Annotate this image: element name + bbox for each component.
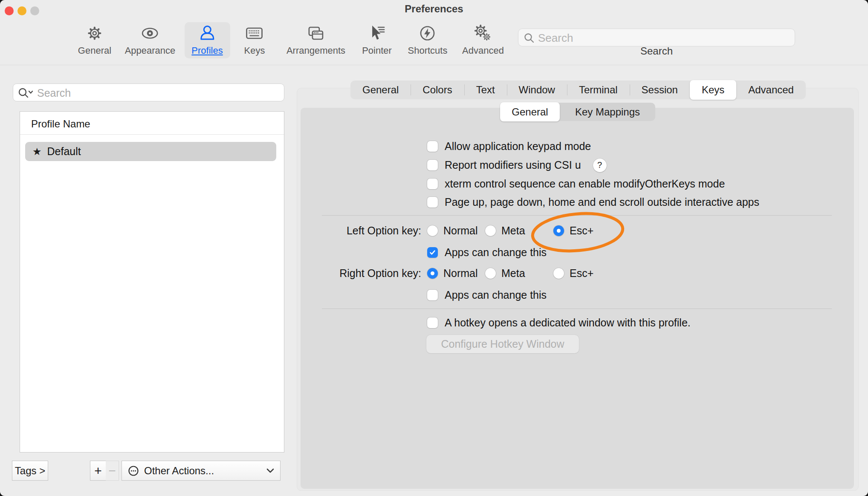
default-star-icon: ★ bbox=[32, 146, 42, 158]
tags-button-label: Tags > bbox=[15, 465, 45, 477]
left-apps-change-row: Apps can change this bbox=[427, 247, 547, 258]
left-option-normal-radio[interactable]: Normal bbox=[427, 225, 478, 236]
modifyotherkeys-checkbox[interactable] bbox=[427, 179, 438, 189]
checkbox-row-keypad: Allow application keypad mode bbox=[427, 141, 591, 152]
search-icon bbox=[524, 32, 535, 43]
tab-terminal[interactable]: Terminal bbox=[567, 81, 630, 99]
tab-label: Colors bbox=[422, 84, 452, 96]
right-apps-change-checkbox[interactable] bbox=[427, 290, 438, 300]
profile-tab-bar: General Colors Text Window Terminal Sess… bbox=[350, 81, 806, 99]
windows-stack-icon bbox=[306, 23, 326, 43]
toolbar-item-label: Shortcuts bbox=[408, 45, 448, 56]
left-option-meta-radio[interactable]: Meta bbox=[485, 225, 525, 236]
gear-icon bbox=[85, 23, 104, 43]
toolbar-item-shortcuts[interactable]: Shortcuts bbox=[408, 23, 448, 56]
hotkey-row: A hotkey opens a dedicated window with t… bbox=[427, 317, 691, 329]
toolbar-item-general[interactable]: General bbox=[78, 23, 111, 56]
right-apps-change-row: Apps can change this bbox=[427, 289, 547, 301]
toolbar-search-field[interactable] bbox=[518, 29, 795, 46]
radio-label: Esc+ bbox=[570, 225, 593, 237]
window-title: Preferences bbox=[0, 3, 868, 15]
csi-u-checkbox[interactable] bbox=[427, 160, 438, 170]
configure-hotkey-window-button[interactable]: Configure Hotkey Window bbox=[426, 335, 579, 353]
checkbox-label: Apps can change this bbox=[445, 246, 547, 259]
tab-label: Terminal bbox=[579, 84, 618, 96]
checkbox-label: Page up, page down, home and end scroll … bbox=[445, 196, 759, 208]
tab-label: Text bbox=[476, 84, 495, 96]
right-option-esc-radio[interactable]: Esc+ bbox=[553, 268, 593, 279]
tab-label: Window bbox=[519, 84, 555, 96]
remove-profile-label: − bbox=[108, 464, 116, 478]
tab-label: Session bbox=[642, 84, 678, 96]
section-divider bbox=[322, 215, 832, 216]
chevron-down-icon bbox=[266, 468, 274, 473]
tab-advanced[interactable]: Advanced bbox=[736, 81, 806, 99]
left-option-key-label: Left Option key: bbox=[311, 225, 421, 236]
other-actions-dropdown[interactable]: Other Actions... bbox=[122, 461, 281, 481]
right-option-normal-radio[interactable]: Normal bbox=[427, 268, 478, 279]
allow-keypad-checkbox[interactable] bbox=[427, 141, 438, 152]
tab-colors[interactable]: Colors bbox=[411, 81, 464, 99]
lightning-bolt-icon bbox=[418, 23, 437, 43]
right-option-key-label: Right Option key: bbox=[311, 268, 421, 279]
help-button-label: ? bbox=[597, 160, 602, 170]
keyboard-icon bbox=[245, 23, 264, 43]
radio-icon bbox=[485, 225, 496, 236]
tab-session[interactable]: Session bbox=[630, 81, 690, 99]
checkbox-row-page-scroll: Page up, page down, home and end scroll … bbox=[427, 196, 759, 208]
double-gear-icon bbox=[473, 23, 493, 43]
right-option-meta-radio[interactable]: Meta bbox=[485, 268, 525, 279]
toolbar-item-profiles[interactable]: Profiles bbox=[191, 23, 223, 56]
list-header-divider bbox=[20, 134, 284, 135]
checkbox-label: xterm control sequence can enable modify… bbox=[445, 178, 725, 190]
profile-list-header: Profile Name bbox=[31, 118, 90, 130]
left-apps-change-checkbox[interactable] bbox=[427, 247, 438, 258]
add-profile-button[interactable]: + bbox=[90, 461, 106, 481]
radio-icon bbox=[553, 268, 564, 279]
tab-keys[interactable]: Keys bbox=[690, 80, 736, 100]
subtab-general[interactable]: General bbox=[500, 102, 560, 121]
radio-icon bbox=[427, 268, 438, 279]
other-actions-label: Other Actions... bbox=[144, 465, 214, 477]
checkbox-label: Apps can change this bbox=[445, 289, 547, 301]
keys-subtab-bar: General Key Mappings bbox=[500, 103, 655, 121]
toolbar-item-arrangements[interactable]: Arrangements bbox=[286, 23, 345, 56]
toolbar-item-advanced[interactable]: Advanced bbox=[462, 23, 504, 56]
toolbar-item-pointer[interactable]: Pointer bbox=[362, 23, 392, 56]
checkbox-label: A hotkey opens a dedicated window with t… bbox=[445, 317, 691, 329]
profile-search-field[interactable] bbox=[13, 84, 284, 101]
toolbar-item-label: Advanced bbox=[462, 45, 504, 56]
radio-label: Normal bbox=[443, 267, 478, 280]
profile-name: Default bbox=[47, 145, 81, 158]
tags-button[interactable]: Tags > bbox=[12, 461, 48, 481]
subtab-key-mappings[interactable]: Key Mappings bbox=[560, 103, 655, 121]
toolbar-search-label: Search bbox=[518, 45, 795, 57]
preferences-window: Preferences General bbox=[0, 0, 868, 496]
checkbox-row-csi-u: Report modifiers using CSI u ? bbox=[427, 159, 607, 171]
subtab-label: General bbox=[512, 106, 548, 118]
tab-label: Keys bbox=[702, 84, 724, 96]
radio-label: Esc+ bbox=[570, 267, 593, 280]
profile-row-default[interactable]: ★ Default bbox=[25, 142, 276, 161]
subtab-label: Key Mappings bbox=[575, 106, 640, 118]
profile-search-input[interactable] bbox=[36, 84, 277, 102]
hotkey-window-checkbox[interactable] bbox=[427, 317, 438, 328]
page-scroll-checkbox[interactable] bbox=[427, 197, 438, 208]
remove-profile-button[interactable]: − bbox=[106, 461, 119, 481]
tab-general[interactable]: General bbox=[350, 81, 411, 99]
tab-text[interactable]: Text bbox=[464, 81, 507, 99]
help-button[interactable]: ? bbox=[593, 159, 607, 172]
toolbar-item-label: Keys bbox=[244, 45, 265, 56]
toolbar-search-input[interactable] bbox=[537, 29, 790, 47]
tab-window[interactable]: Window bbox=[507, 81, 567, 99]
configure-hotkey-label: Configure Hotkey Window bbox=[441, 338, 564, 350]
toolbar-item-label: Profiles bbox=[191, 45, 223, 56]
checkbox-row-modifyotherkeys: xterm control sequence can enable modify… bbox=[427, 178, 725, 190]
toolbar-item-keys[interactable]: Keys bbox=[244, 23, 265, 56]
checkbox-label: Report modifiers using CSI u bbox=[445, 159, 581, 171]
eye-icon bbox=[140, 23, 160, 43]
left-option-esc-radio[interactable]: Esc+ bbox=[553, 225, 593, 236]
tab-label: General bbox=[362, 84, 399, 96]
radio-icon bbox=[427, 225, 438, 236]
toolbar-item-appearance[interactable]: Appearance bbox=[125, 23, 176, 56]
